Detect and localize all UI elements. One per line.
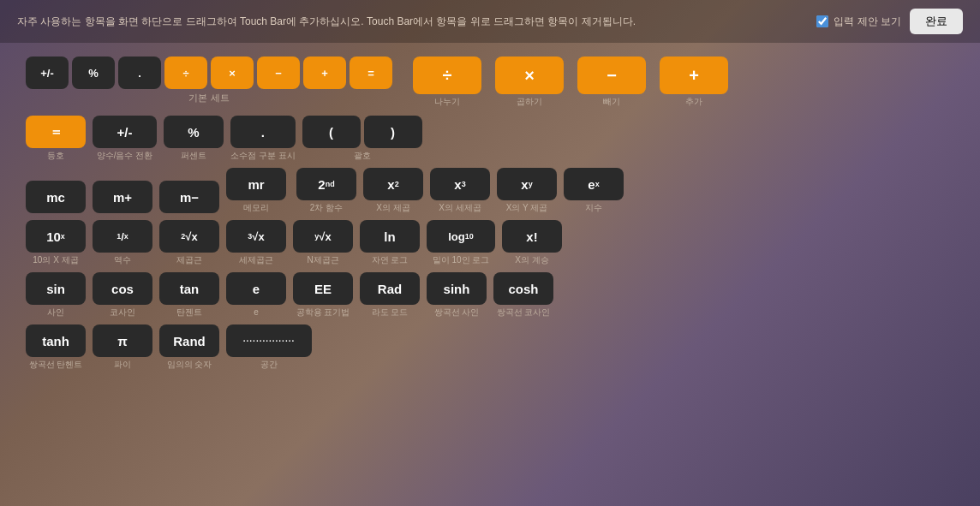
row4: 10x 10의 X 제곱 1/x 역수 2√x 제곱근 3√x 세제곱근 y√x… xyxy=(26,220,954,265)
ex-label: 지수 xyxy=(585,203,602,213)
cosh-label: 쌍곡선 코사인 xyxy=(497,307,551,318)
cos-button[interactable]: cos xyxy=(93,272,152,305)
percent-button[interactable]: % xyxy=(72,57,115,89)
e-button[interactable]: e xyxy=(226,272,286,305)
tanh-label: 쌍곡선 탄헨트 xyxy=(29,360,83,370)
divide-standalone-label: 나누기 xyxy=(434,97,460,107)
divide-standalone-button[interactable]: ÷ xyxy=(413,57,481,94)
mr-cell: mr 메모리 xyxy=(226,168,286,213)
minus-standalone-button[interactable]: − xyxy=(577,57,646,94)
tanh-cell: tanh 쌍곡선 탄헨트 xyxy=(26,324,86,370)
mc-cell: mc xyxy=(26,181,86,213)
checkbox-container: 입력 제안 보기 xyxy=(816,15,901,29)
rad-label: 라도 모드 xyxy=(372,307,409,318)
inv-button[interactable]: 1/x xyxy=(93,220,152,253)
ex-cell: ex 지수 xyxy=(564,168,624,213)
multiply-button-basic[interactable]: × xyxy=(211,57,254,89)
2nd-cell: 2nd 2차 함수 xyxy=(296,168,356,213)
multiply-standalone: × 곱하기 xyxy=(495,57,564,107)
sqrt3-button[interactable]: 3√x xyxy=(226,220,286,253)
standalone-ops: ÷ 나누기 × 곱하기 − 빼기 + 추가 xyxy=(413,57,728,107)
sign-cell: +/- 양수/음수 전환 xyxy=(93,116,157,161)
10x-cell: 10x 10의 X 제곱 xyxy=(26,220,86,265)
sqrtn-cell: y√x N제곱근 xyxy=(293,220,353,265)
rand-button[interactable]: Rand xyxy=(159,324,219,357)
cos-cell: cos 코사인 xyxy=(93,272,152,318)
mminus-cell: m− xyxy=(159,181,219,213)
sqrt2-label: 제곱근 xyxy=(176,255,202,265)
rad-button[interactable]: Rad xyxy=(360,272,420,305)
done-button[interactable]: 완료 xyxy=(910,9,963,34)
2nd-label: 2차 함수 xyxy=(310,203,343,213)
xfact-cell: x! X의 계승 xyxy=(502,220,562,265)
sin-button[interactable]: sin xyxy=(26,272,86,305)
equals-cell: ＝ 등호 xyxy=(26,116,86,161)
10x-button[interactable]: 10x xyxy=(26,220,86,253)
ee-button[interactable]: EE xyxy=(293,272,353,305)
row5: sin 사인 cos 코사인 tan 탄젠트 e e EE 공학용 표기법 Ra… xyxy=(26,272,954,318)
cos-label: 코사인 xyxy=(110,307,135,318)
x2-button[interactable]: x2 xyxy=(363,168,423,200)
parentheses-cell: ( ) 괄호 xyxy=(302,116,422,161)
decimal-button[interactable]: . xyxy=(118,57,161,89)
instruction-text: 자주 사용하는 항목을 화면 하단으로 드래그하여 Touch Bar에 추가하… xyxy=(17,15,808,29)
suggestion-checkbox[interactable] xyxy=(816,15,828,27)
equals-button[interactable]: ＝ xyxy=(26,116,86,148)
cosh-button[interactable]: cosh xyxy=(493,272,553,305)
equals-button-basic[interactable]: = xyxy=(350,57,392,89)
sinh-button[interactable]: sinh xyxy=(427,272,487,305)
ln-button[interactable]: ln xyxy=(360,220,420,253)
paren-open-button[interactable]: ( xyxy=(302,116,361,148)
ee-cell: EE 공학용 표기법 xyxy=(293,272,353,318)
divide-standalone: ÷ 나누기 xyxy=(413,57,481,107)
log10-button[interactable]: log10 xyxy=(427,220,495,253)
percent-button2[interactable]: % xyxy=(164,116,224,148)
sqrtn-button[interactable]: y√x xyxy=(293,220,353,253)
multiply-standalone-button[interactable]: × xyxy=(495,57,564,94)
minus-button-basic[interactable]: − xyxy=(257,57,300,89)
sqrt2-button[interactable]: 2√x xyxy=(159,220,219,253)
tanh-button[interactable]: tanh xyxy=(26,324,86,357)
xy-button[interactable]: xy xyxy=(497,168,557,200)
sqrt3-cell: 3√x 세제곱근 xyxy=(226,220,286,265)
rand-cell: Rand 임의의 숫자 xyxy=(159,324,219,370)
ee-label: 공학용 표기법 xyxy=(296,307,350,318)
top-section: +/- % . ÷ × − + = 기본 세트 ÷ 나누기 × 곱하기 − xyxy=(26,57,954,107)
decimal-cell: . 소수점 구분 표시 xyxy=(230,116,296,161)
ex-button[interactable]: ex xyxy=(564,168,624,200)
paren-close-button[interactable]: ) xyxy=(364,116,422,148)
mminus-button[interactable]: m− xyxy=(159,181,219,213)
mplus-cell: m+ xyxy=(93,181,152,213)
xfact-button[interactable]: x! xyxy=(502,220,562,253)
divide-button-basic[interactable]: ÷ xyxy=(164,57,207,89)
xy-label: X의 Y 제곱 xyxy=(506,203,548,213)
x2-cell: x2 X의 제곱 xyxy=(363,168,423,213)
e-cell: e e xyxy=(226,272,286,318)
memory-label: 메모리 xyxy=(243,203,269,213)
main-content: +/- % . ÷ × − + = 기본 세트 ÷ 나누기 × 곱하기 − xyxy=(0,43,980,384)
tan-button[interactable]: tan xyxy=(159,272,219,305)
inv-label: 역수 xyxy=(114,255,131,265)
x3-button[interactable]: x3 xyxy=(430,168,490,200)
sign-button2[interactable]: +/- xyxy=(93,116,157,148)
decimal-button2[interactable]: . xyxy=(230,116,296,148)
log10-cell: log10 밑이 10인 로그 xyxy=(427,220,495,265)
cosh-cell: cosh 쌍곡선 코사인 xyxy=(493,272,553,318)
space-button[interactable]: ················ xyxy=(226,324,312,357)
plus-standalone: + 추가 xyxy=(660,57,728,107)
tan-label: 탄젠트 xyxy=(176,307,202,318)
checkbox-label: 입력 제안 보기 xyxy=(834,15,901,29)
mr-button[interactable]: mr xyxy=(226,168,286,200)
plus-button-basic[interactable]: + xyxy=(303,57,346,89)
mplus-button[interactable]: m+ xyxy=(93,181,152,213)
pi-button[interactable]: π xyxy=(93,324,152,357)
sinh-cell: sinh 쌍곡선 사인 xyxy=(427,272,487,318)
sign-button[interactable]: +/- xyxy=(26,57,69,89)
sin-cell: sin 사인 xyxy=(26,272,86,318)
paren-label: 괄호 xyxy=(354,151,371,161)
plus-standalone-button[interactable]: + xyxy=(660,57,728,94)
2nd-button[interactable]: 2nd xyxy=(296,168,356,200)
mc-button[interactable]: mc xyxy=(26,181,86,213)
sinh-label: 쌍곡선 사인 xyxy=(434,307,480,318)
decimal-label: 소수점 구분 표시 xyxy=(230,151,296,161)
